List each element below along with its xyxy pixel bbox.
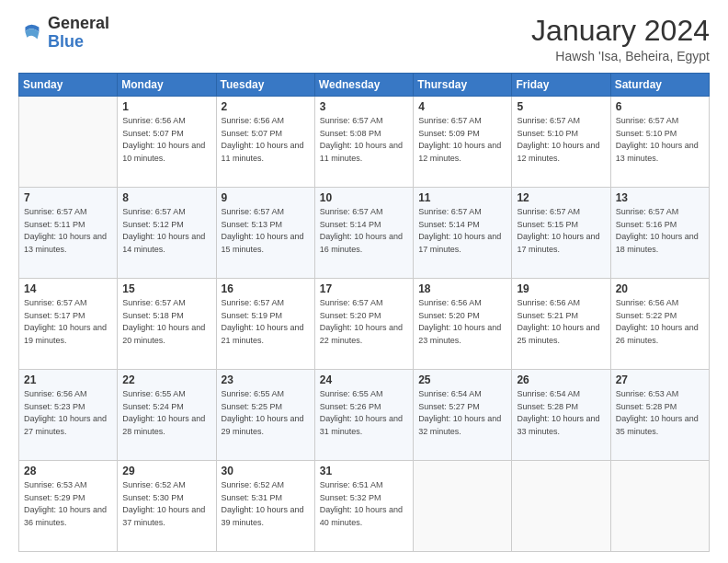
day-number: 19 [517,282,605,295]
day-number: 11 [418,191,506,204]
day-info: Sunrise: 6:56 AMSunset: 5:23 PMDaylight:… [24,388,112,438]
calendar-cell: 2Sunrise: 6:56 AMSunset: 5:07 PMDaylight… [216,97,314,188]
title-block: January 2024 Hawsh 'Isa, Beheira, Egypt [531,15,710,63]
day-number: 14 [24,282,112,295]
calendar-cell: 3Sunrise: 6:57 AMSunset: 5:08 PMDaylight… [314,97,413,188]
logo-icon [18,20,44,46]
calendar-cell: 9Sunrise: 6:57 AMSunset: 5:13 PMDaylight… [216,188,314,279]
page: General Blue January 2024 Hawsh 'Isa, Be… [0,0,728,563]
day-info: Sunrise: 6:57 AMSunset: 5:09 PMDaylight:… [418,115,506,165]
day-info: Sunrise: 6:57 AMSunset: 5:10 PMDaylight:… [517,115,605,165]
day-number: 5 [517,100,605,113]
day-number: 31 [320,465,408,477]
logo: General Blue [18,15,109,52]
calendar-cell: 24Sunrise: 6:55 AMSunset: 5:26 PMDayligh… [314,370,413,461]
day-info: Sunrise: 6:57 AMSunset: 5:20 PMDaylight:… [320,297,408,347]
day-number: 30 [222,465,310,477]
calendar-cell: 1Sunrise: 6:56 AMSunset: 5:07 PMDaylight… [118,97,216,188]
day-info: Sunrise: 6:54 AMSunset: 5:28 PMDaylight:… [517,388,605,438]
day-info: Sunrise: 6:57 AMSunset: 5:10 PMDaylight:… [616,115,704,165]
calendar-cell: 20Sunrise: 6:56 AMSunset: 5:22 PMDayligh… [610,279,709,370]
day-info: Sunrise: 6:57 AMSunset: 5:13 PMDaylight:… [222,206,310,256]
week-row-2: 14Sunrise: 6:57 AMSunset: 5:17 PMDayligh… [19,279,710,370]
day-number: 12 [517,191,605,204]
day-number: 20 [616,282,704,295]
day-info: Sunrise: 6:56 AMSunset: 5:22 PMDaylight:… [616,297,704,347]
calendar-cell: 8Sunrise: 6:57 AMSunset: 5:12 PMDaylight… [118,188,216,279]
day-info: Sunrise: 6:55 AMSunset: 5:26 PMDaylight:… [320,388,408,438]
calendar-cell: 13Sunrise: 6:57 AMSunset: 5:16 PMDayligh… [610,188,709,279]
day-number: 17 [320,282,408,295]
calendar-cell: 19Sunrise: 6:56 AMSunset: 5:21 PMDayligh… [512,279,610,370]
calendar-cell: 14Sunrise: 6:57 AMSunset: 5:17 PMDayligh… [19,279,118,370]
day-number: 27 [616,373,704,386]
day-info: Sunrise: 6:56 AMSunset: 5:21 PMDaylight:… [517,297,605,347]
calendar-cell [512,461,610,552]
day-info: Sunrise: 6:57 AMSunset: 5:17 PMDaylight:… [24,297,112,347]
calendar-cell: 11Sunrise: 6:57 AMSunset: 5:14 PMDayligh… [414,188,512,279]
calendar-cell: 28Sunrise: 6:53 AMSunset: 5:29 PMDayligh… [19,461,118,552]
day-info: Sunrise: 6:53 AMSunset: 5:29 PMDaylight:… [24,479,112,529]
day-number: 28 [24,465,112,477]
calendar-cell: 25Sunrise: 6:54 AMSunset: 5:27 PMDayligh… [414,370,512,461]
weekday-header-friday: Friday [512,74,610,97]
day-info: Sunrise: 6:57 AMSunset: 5:15 PMDaylight:… [517,206,605,256]
calendar-cell [19,97,118,188]
day-info: Sunrise: 6:57 AMSunset: 5:14 PMDaylight:… [320,206,408,256]
day-info: Sunrise: 6:57 AMSunset: 5:18 PMDaylight:… [122,297,210,347]
day-info: Sunrise: 6:56 AMSunset: 5:07 PMDaylight:… [222,115,310,165]
day-number: 13 [616,191,704,204]
calendar-cell: 27Sunrise: 6:53 AMSunset: 5:28 PMDayligh… [610,370,709,461]
day-info: Sunrise: 6:57 AMSunset: 5:19 PMDaylight:… [222,297,310,347]
day-number: 24 [320,373,408,386]
logo-text: General Blue [48,15,109,52]
day-number: 7 [24,191,112,204]
day-number: 4 [418,100,506,113]
weekday-header-row: SundayMondayTuesdayWednesdayThursdayFrid… [19,74,710,97]
day-number: 29 [122,465,210,477]
day-info: Sunrise: 6:52 AMSunset: 5:30 PMDaylight:… [122,479,210,529]
day-number: 10 [320,191,408,204]
day-number: 2 [222,100,310,113]
day-info: Sunrise: 6:57 AMSunset: 5:14 PMDaylight:… [418,206,506,256]
day-info: Sunrise: 6:55 AMSunset: 5:25 PMDaylight:… [222,388,310,438]
day-info: Sunrise: 6:53 AMSunset: 5:28 PMDaylight:… [616,388,704,438]
calendar-cell: 17Sunrise: 6:57 AMSunset: 5:20 PMDayligh… [314,279,413,370]
calendar-cell: 5Sunrise: 6:57 AMSunset: 5:10 PMDaylight… [512,97,610,188]
day-number: 3 [320,100,408,113]
weekday-header-thursday: Thursday [414,74,512,97]
weekday-header-tuesday: Tuesday [216,74,314,97]
calendar-cell: 30Sunrise: 6:52 AMSunset: 5:31 PMDayligh… [216,461,314,552]
calendar-cell [414,461,512,552]
day-number: 26 [517,373,605,386]
calendar-cell: 29Sunrise: 6:52 AMSunset: 5:30 PMDayligh… [118,461,216,552]
day-number: 23 [222,373,310,386]
calendar-title: January 2024 [531,15,710,47]
week-row-3: 21Sunrise: 6:56 AMSunset: 5:23 PMDayligh… [19,370,710,461]
weekday-header-wednesday: Wednesday [314,74,413,97]
day-info: Sunrise: 6:56 AMSunset: 5:20 PMDaylight:… [418,297,506,347]
calendar-cell: 7Sunrise: 6:57 AMSunset: 5:11 PMDaylight… [19,188,118,279]
calendar-cell: 23Sunrise: 6:55 AMSunset: 5:25 PMDayligh… [216,370,314,461]
week-row-4: 28Sunrise: 6:53 AMSunset: 5:29 PMDayligh… [19,461,710,552]
calendar-cell: 22Sunrise: 6:55 AMSunset: 5:24 PMDayligh… [118,370,216,461]
calendar-cell: 16Sunrise: 6:57 AMSunset: 5:19 PMDayligh… [216,279,314,370]
day-number: 9 [222,191,310,204]
day-info: Sunrise: 6:57 AMSunset: 5:12 PMDaylight:… [122,206,210,256]
calendar-cell: 15Sunrise: 6:57 AMSunset: 5:18 PMDayligh… [118,279,216,370]
day-info: Sunrise: 6:56 AMSunset: 5:07 PMDaylight:… [122,115,210,165]
weekday-header-sunday: Sunday [19,74,118,97]
calendar-cell: 6Sunrise: 6:57 AMSunset: 5:10 PMDaylight… [610,97,709,188]
calendar-cell: 21Sunrise: 6:56 AMSunset: 5:23 PMDayligh… [19,370,118,461]
day-info: Sunrise: 6:57 AMSunset: 5:16 PMDaylight:… [616,206,704,256]
calendar-table: SundayMondayTuesdayWednesdayThursdayFrid… [18,73,710,552]
day-info: Sunrise: 6:51 AMSunset: 5:32 PMDaylight:… [320,479,408,529]
weekday-header-saturday: Saturday [610,74,709,97]
calendar-subtitle: Hawsh 'Isa, Beheira, Egypt [531,49,710,63]
week-row-0: 1Sunrise: 6:56 AMSunset: 5:07 PMDaylight… [19,97,710,188]
day-info: Sunrise: 6:54 AMSunset: 5:27 PMDaylight:… [418,388,506,438]
calendar-cell: 26Sunrise: 6:54 AMSunset: 5:28 PMDayligh… [512,370,610,461]
week-row-1: 7Sunrise: 6:57 AMSunset: 5:11 PMDaylight… [19,188,710,279]
calendar-cell: 31Sunrise: 6:51 AMSunset: 5:32 PMDayligh… [314,461,413,552]
day-number: 16 [222,282,310,295]
